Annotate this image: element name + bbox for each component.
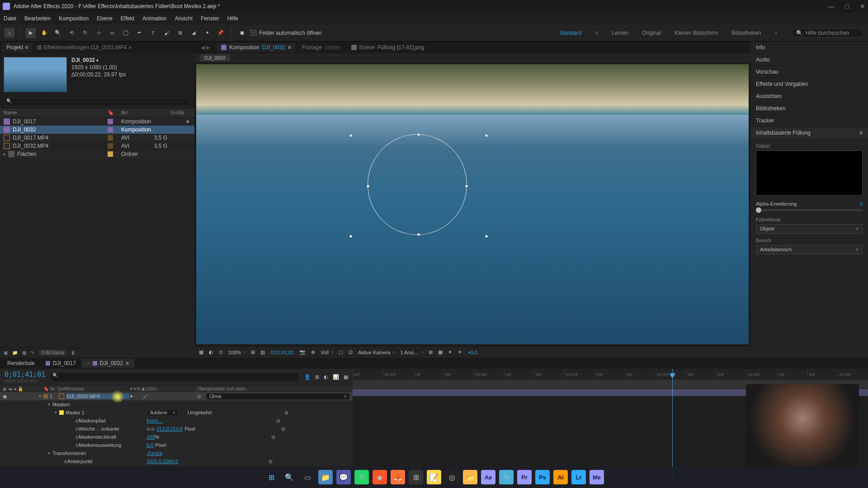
transform-group[interactable]: ▾ Transformieren Zurück xyxy=(0,449,353,457)
pen-tool[interactable]: ✒ xyxy=(134,28,144,38)
teams-icon[interactable]: 💬 xyxy=(336,470,351,484)
caf-alpha-value[interactable]: 0 xyxy=(860,201,863,206)
close-button[interactable]: ✕ xyxy=(860,3,865,10)
stamp-tool[interactable]: ⊞ xyxy=(175,28,185,38)
task-view[interactable]: ▭ xyxy=(300,470,315,484)
home-tool[interactable]: ⌂ xyxy=(5,28,14,38)
col-size[interactable]: Größe xyxy=(157,110,184,116)
panel-caf[interactable]: Inhaltsbasierte Füllung≡ xyxy=(750,127,868,139)
frame-blend-icon[interactable]: ⊞ xyxy=(315,374,319,380)
comp-name[interactable]: DJI_0032 xyxy=(71,57,126,63)
panel-info[interactable]: Info xyxy=(750,42,868,54)
mask-icon[interactable]: ⊙ xyxy=(219,349,223,355)
draft-icon[interactable]: ▦ xyxy=(344,374,348,380)
transparency-icon[interactable]: ▨ xyxy=(260,349,265,355)
zoom-tool[interactable]: 🔍 xyxy=(53,28,63,38)
mask-shape[interactable] xyxy=(368,134,467,235)
panel-libraries[interactable]: Bibliotheken xyxy=(750,103,868,115)
workspace-original[interactable]: Original xyxy=(642,30,661,36)
fill-swatch[interactable]: ◼ xyxy=(237,28,247,38)
paint-icon[interactable]: ✎ xyxy=(499,470,514,484)
menu-composition[interactable]: Komposition xyxy=(59,15,89,22)
tab-composition[interactable]: Komposition DJI_0032 ≡ xyxy=(217,43,295,52)
tab-render-queue[interactable]: Renderliste xyxy=(2,359,40,368)
maximize-button[interactable]: □ xyxy=(845,3,849,10)
menu-effect[interactable]: Effekt xyxy=(121,15,134,22)
timeline-search[interactable] xyxy=(50,372,300,382)
rect-tool[interactable]: ▭ xyxy=(107,28,117,38)
new-comp-icon[interactable]: ▦ xyxy=(22,350,26,355)
mask-path-row[interactable]: ⊘ Maskenpfad Form… ⊙ xyxy=(0,417,353,425)
tab-timeline-1[interactable]: DJI_0017 xyxy=(40,359,81,368)
roi-icon[interactable]: ⊞ xyxy=(251,349,255,355)
auto-open-checkbox[interactable] xyxy=(250,30,256,36)
tab-layer[interactable]: Ebene Füllung [17-81].png xyxy=(347,43,429,52)
photoshop-icon[interactable]: Ps xyxy=(535,470,550,484)
fast-icon[interactable]: ▦ xyxy=(438,349,443,355)
caf-alpha-slider[interactable] xyxy=(756,209,863,211)
safe-icon[interactable]: ⊡ xyxy=(349,349,353,355)
nav-arrows[interactable]: ◀ ▶ xyxy=(196,43,215,52)
notes-icon[interactable]: 📝 xyxy=(427,470,441,484)
layer-row[interactable]: ◉ ▾ 1 DJI_0032.MP4 ✦ ／ ⊙ Ohne xyxy=(0,392,353,400)
premiere-icon[interactable]: Pr xyxy=(517,470,532,484)
alpha-icon[interactable]: ◐ xyxy=(209,349,213,355)
ae-icon[interactable]: Ae xyxy=(481,470,495,484)
panel-audio[interactable]: Audio xyxy=(750,54,868,66)
shy-icon[interactable]: 👤 xyxy=(304,374,311,380)
selection-tool[interactable]: ▶ xyxy=(26,28,36,38)
mask-feather-row[interactable]: ⊘ Weiche …enkante ⊂⊃ 213,0,213,0 Pixel ⊙ xyxy=(0,425,353,433)
project-item[interactable]: DJI_0032 Komposition xyxy=(0,126,194,134)
project-item[interactable]: DJI_0032.MP4 AVI 3,5 G xyxy=(0,142,194,150)
tab-footage[interactable]: Footage (ohne) xyxy=(297,43,345,52)
panel-align[interactable]: Ausrichten xyxy=(750,90,868,103)
menu-animation[interactable]: Animation xyxy=(142,15,166,22)
resolution-select[interactable]: Voll xyxy=(321,350,333,355)
menu-help[interactable]: Hilfe xyxy=(227,15,238,22)
menu-edit[interactable]: Bearbeiten xyxy=(24,15,51,22)
app-icon[interactable]: ⊞ xyxy=(409,470,423,484)
parent-select[interactable]: Ohne xyxy=(206,393,350,400)
project-item[interactable]: ▸ Flächen Ordner xyxy=(0,150,194,158)
project-item[interactable]: DJI_0017.MP4 AVI 3,5 G xyxy=(0,134,194,142)
start-button[interactable]: ⊞ xyxy=(264,470,278,484)
col-type[interactable]: Art xyxy=(121,110,157,116)
channel-icon[interactable]: ⊕ xyxy=(311,349,315,355)
hand-tool[interactable]: ✋ xyxy=(39,28,49,38)
workspace-standard[interactable]: Standard xyxy=(559,30,581,36)
interpret-icon[interactable]: ▣ xyxy=(4,350,8,355)
caf-range-select[interactable]: Arbeitsbereich xyxy=(756,245,863,254)
views-select[interactable]: 1 Ansi… xyxy=(400,350,423,355)
mask-expansion-row[interactable]: ⊘ Maskenausweitung 0,0 Pixel xyxy=(0,441,353,449)
twirl-icon[interactable]: ▸ xyxy=(4,152,8,156)
menu-window[interactable]: Fenster xyxy=(201,15,219,22)
panel-tracker[interactable]: Tracker xyxy=(750,115,868,127)
type-tool[interactable]: T xyxy=(148,28,158,38)
adjust-icon[interactable]: ✎ xyxy=(31,350,34,355)
menu-file[interactable]: Datei xyxy=(4,15,16,22)
mask-mode-select[interactable]: Addiere xyxy=(147,409,179,416)
mask-opacity-row[interactable]: ⊘ Maskendeckkraft 100 % ⊙ xyxy=(0,433,353,441)
guides-icon[interactable]: ▢ xyxy=(339,349,343,355)
3d-icon[interactable]: ✦ xyxy=(448,349,452,355)
viewer-timecode[interactable]: 0;01;41;01 xyxy=(270,350,294,355)
col-name[interactable]: Name xyxy=(4,110,108,116)
help-search[interactable]: 🔍 Hilfe durchsuchen xyxy=(791,28,863,38)
project-search-input[interactable] xyxy=(4,98,191,107)
illustrator-icon[interactable]: Ai xyxy=(553,470,568,484)
zoom-select[interactable]: 100% xyxy=(228,350,245,355)
mask-item[interactable]: ▾ Maske 1 Addiere Umgekehrt ⊙ xyxy=(0,408,353,417)
anchor-row[interactable]: ⊘ Ankerpunkt 1920,0,1080,0 ⊙ xyxy=(0,457,353,465)
ellipse-tool[interactable]: ◯ xyxy=(121,28,131,38)
explorer-icon[interactable]: 📁 xyxy=(318,470,333,484)
camera-select[interactable]: Aktive Kamera xyxy=(358,350,395,355)
panel-effects[interactable]: Effekte und Vorgaben xyxy=(750,78,868,90)
new-folder-icon[interactable]: 📁 xyxy=(12,350,18,355)
exposure-value[interactable]: +0,0 xyxy=(467,350,477,355)
viewer[interactable] xyxy=(194,62,750,346)
breadcrumb[interactable]: DJI_0032 xyxy=(200,54,230,61)
masks-group[interactable]: ▾ Masken xyxy=(0,400,353,408)
rotate-tool[interactable]: ↻ xyxy=(80,28,90,38)
lightroom-icon[interactable]: Lr xyxy=(571,470,586,484)
snapshot-icon[interactable]: 📷 xyxy=(299,349,306,355)
